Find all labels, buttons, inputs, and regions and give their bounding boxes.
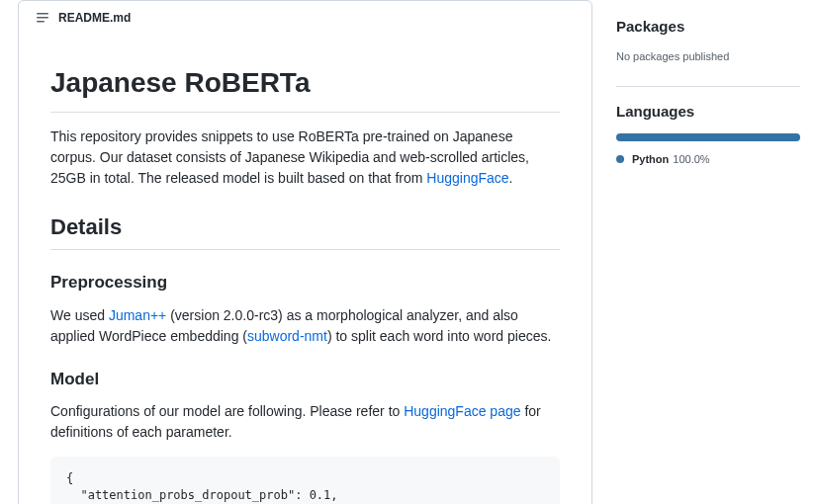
model-heading: Model <box>50 367 560 392</box>
readme-filename[interactable]: README.md <box>58 9 131 27</box>
subword-nmt-link[interactable]: subword-nmt <box>247 328 327 344</box>
preproc-text-1: We used <box>50 307 109 323</box>
intro-paragraph: This repository provides snippets to use… <box>50 126 560 189</box>
config-codeblock: { "attention_probs_dropout_prob": 0.1, "… <box>50 457 560 504</box>
packages-empty-text: No packages published <box>616 48 800 65</box>
preprocessing-paragraph: We used Juman++ (version 2.0.0-rc3) as a… <box>50 305 560 347</box>
sidebar: Packages No packages published Languages… <box>608 0 816 504</box>
packages-title: Packages <box>616 16 800 39</box>
details-heading: Details <box>50 210 560 250</box>
readme-body: Japanese RoBERTa This repository provide… <box>19 35 591 504</box>
language-percent: 100.0% <box>673 151 709 168</box>
languages-title: Languages <box>616 101 800 124</box>
language-item[interactable]: Python 100.0% <box>616 151 800 168</box>
list-icon[interactable] <box>35 10 50 26</box>
huggingface-link[interactable]: HuggingFace <box>426 170 508 186</box>
intro-tail: . <box>509 170 513 186</box>
preprocessing-heading: Preprocessing <box>50 270 560 295</box>
languages-section: Languages Python 100.0% <box>616 86 800 167</box>
language-dot-icon <box>616 155 624 163</box>
preproc-text-3: ) to split each word into word pieces. <box>327 328 551 344</box>
huggingface-page-link[interactable]: HuggingFace page <box>404 403 520 419</box>
languages-bar[interactable] <box>616 133 800 141</box>
page-title: Japanese RoBERTa <box>50 62 560 113</box>
readme-panel: README.md Japanese RoBERTa This reposito… <box>18 0 592 504</box>
jumanpp-link[interactable]: Juman++ <box>109 307 166 323</box>
language-name: Python <box>632 151 669 168</box>
model-text-1: Configurations of our model are followin… <box>50 403 404 419</box>
readme-header: README.md <box>19 1 591 35</box>
packages-section: Packages No packages published <box>616 0 800 64</box>
model-paragraph: Configurations of our model are followin… <box>50 401 560 443</box>
